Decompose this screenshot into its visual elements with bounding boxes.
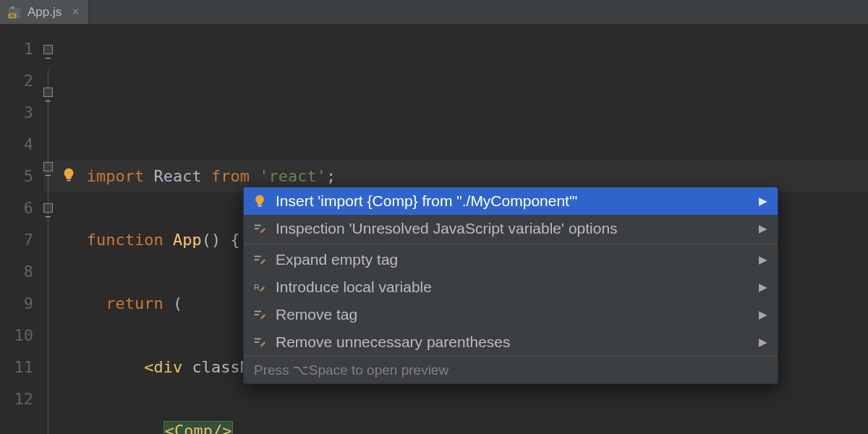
svg-rect-12	[255, 314, 259, 315]
line-number: 3	[0, 97, 33, 129]
svg-text:JS: JS	[9, 13, 15, 18]
fold-gutter	[43, 25, 58, 434]
popup-hint: Press ⌥Space to open preview	[244, 356, 778, 383]
tab-bar: JS App.js ×	[0, 0, 868, 25]
intention-bulb-icon[interactable]	[61, 167, 77, 187]
intention-label: Remove unnecessary parentheses	[276, 333, 750, 351]
fold-toggle-icon[interactable]	[43, 88, 53, 97]
svg-rect-8	[255, 256, 261, 258]
unresolved-symbol: Comp	[174, 422, 213, 434]
intention-item[interactable]: R Introduce local variable ▶	[244, 273, 778, 301]
intention-label: Inspection 'Unresolved JavaScript variab…	[276, 220, 750, 237]
svg-rect-7	[255, 228, 259, 229]
chevron-right-icon: ▶	[759, 253, 767, 266]
intention-label: Expand empty tag	[276, 251, 750, 268]
line-number: 1	[0, 33, 33, 65]
line-number: 7	[0, 224, 33, 256]
tab-app-js[interactable]: JS App.js ×	[0, 0, 89, 24]
intention-label: Introduce local variable	[276, 278, 750, 296]
line-number: 6	[0, 192, 33, 224]
fold-toggle-icon[interactable]	[43, 203, 53, 213]
line-number: 2	[0, 65, 33, 97]
line-number: 5	[0, 161, 33, 192]
fold-toggle-icon[interactable]	[43, 45, 53, 54]
line-number: 10	[0, 320, 33, 352]
bulb-icon	[252, 194, 267, 208]
line-number: 4	[0, 129, 33, 161]
edit-icon	[252, 307, 267, 322]
line-number: 8	[0, 256, 33, 288]
intention-actions-popup: Insert 'import {Comp} from "./MyComponen…	[243, 187, 778, 384]
refactor-icon: R	[252, 280, 267, 294]
svg-text:R: R	[254, 283, 260, 292]
svg-rect-11	[255, 311, 261, 312]
fold-toggle-icon[interactable]	[43, 162, 53, 171]
intention-item[interactable]: Insert 'import {Comp} from "./MyComponen…	[244, 187, 778, 215]
svg-rect-9	[255, 259, 259, 260]
chevron-right-icon: ▶	[759, 308, 767, 321]
line-number-gutter: 1 2 3 4 5 6 7 8 9 10 11 12	[0, 25, 43, 434]
intention-label: Remove tag	[276, 306, 750, 323]
intention-item[interactable]: Expand empty tag ▶	[244, 246, 778, 273]
tab-label: App.js	[27, 5, 61, 20]
svg-rect-3	[11, 6, 14, 8]
edit-icon	[252, 221, 267, 236]
line-number: 12	[0, 383, 33, 415]
svg-rect-13	[255, 339, 261, 340]
intention-item[interactable]: Remove unnecessary parentheses ▶	[244, 328, 778, 356]
edit-icon	[252, 252, 267, 267]
line-number: 11	[0, 352, 33, 383]
intention-item[interactable]: Remove tag ▶	[244, 301, 778, 328]
js-file-icon: JS	[7, 5, 22, 20]
chevron-right-icon: ▶	[759, 336, 767, 349]
svg-rect-14	[255, 341, 259, 343]
svg-rect-5	[258, 205, 262, 207]
intention-item[interactable]: Inspection 'Unresolved JavaScript variab…	[244, 215, 778, 242]
close-icon[interactable]: ×	[72, 4, 80, 20]
line-number: 9	[0, 288, 33, 320]
intention-label: Insert 'import {Comp} from "./MyComponen…	[276, 192, 750, 210]
chevron-right-icon: ▶	[759, 195, 767, 208]
chevron-right-icon: ▶	[759, 222, 767, 235]
edit-icon	[252, 335, 267, 349]
svg-rect-4	[67, 179, 71, 181]
chevron-right-icon: ▶	[759, 281, 767, 294]
svg-rect-6	[255, 225, 261, 226]
code-line: <Comp/>	[58, 415, 868, 434]
menu-separator	[244, 244, 778, 244]
